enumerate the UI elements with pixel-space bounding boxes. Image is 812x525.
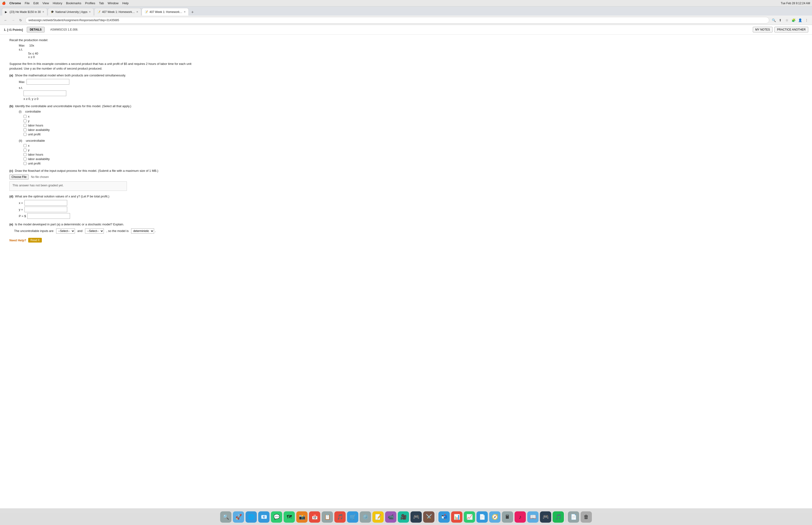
dock-outlook[interactable]: 📬: [439, 511, 450, 513]
extensions-icon[interactable]: 🧩: [791, 18, 796, 23]
menu-window[interactable]: Window: [108, 1, 119, 5]
menu-tab[interactable]: Tab: [99, 1, 104, 5]
dock-safari[interactable]: 🧭: [489, 511, 501, 513]
my-notes-button[interactable]: MY NOTES: [753, 27, 772, 32]
x-label: x =: [19, 201, 23, 205]
controllable-x[interactable]: x: [24, 115, 202, 118]
choose-file-button[interactable]: Choose File: [10, 174, 29, 180]
dock-sysprefs[interactable]: ⚙️: [360, 511, 371, 513]
dock-messages[interactable]: 💬: [271, 511, 282, 513]
dock-trash[interactable]: 🗑: [581, 511, 592, 513]
controllable-labor-hours[interactable]: labor hours: [24, 124, 202, 127]
tab-2-close[interactable]: ✕: [89, 11, 91, 13]
menu-history[interactable]: History: [52, 1, 62, 5]
uncontrollable-unit-profit-checkbox[interactable]: [24, 162, 27, 165]
dock-steam[interactable]: 🎮: [540, 511, 551, 513]
part-a: (a) Show the mathematical model when bot…: [10, 74, 202, 101]
y-input[interactable]: [25, 207, 67, 212]
part-d: (d) What are the optimal solution values…: [10, 195, 202, 219]
uncontrollable-y[interactable]: y: [24, 148, 202, 152]
controllable-labor-availability-checkbox[interactable]: [24, 128, 27, 131]
dock-photos[interactable]: 📸: [296, 511, 308, 513]
model-constraint2: x ≥ 0: [28, 55, 202, 59]
dock-music[interactable]: 🎵: [334, 511, 346, 513]
practice-another-button[interactable]: PRACTICE ANOTHER: [775, 27, 808, 32]
bookmark-icon[interactable]: ☆: [784, 18, 790, 23]
tab-4[interactable]: 📝 407 Week 1: Homework – MNS ✕: [142, 8, 189, 15]
controllable-unit-profit[interactable]: unit profit: [24, 133, 202, 136]
dock-word[interactable]: 📄: [476, 511, 488, 513]
share-icon[interactable]: ⬆: [778, 18, 783, 23]
controllable-y[interactable]: y: [24, 119, 202, 123]
dock-game1[interactable]: 🎮: [411, 511, 422, 513]
uncontrollable-x[interactable]: x: [24, 144, 202, 147]
search-icon[interactable]: 🔍: [771, 18, 776, 23]
apple-icon[interactable]: 🍎: [2, 1, 6, 5]
uncontrollable-unit-profit[interactable]: unit profit: [24, 162, 202, 165]
menu-file[interactable]: File: [25, 1, 30, 5]
controllable-labor-availability[interactable]: labor availability: [24, 128, 202, 132]
new-tab-button[interactable]: +: [189, 9, 196, 15]
model-max-label: Max: [19, 44, 25, 47]
uncontrollable-y-checkbox[interactable]: [24, 149, 27, 152]
forward-button[interactable]: →: [10, 17, 16, 23]
dock-excel[interactable]: 📈: [464, 511, 475, 513]
p-input[interactable]: [27, 213, 70, 219]
chrome-window: ▶ (23) He Made $150 in 30 ✕ 🎓 National U…: [0, 6, 812, 513]
menu-view[interactable]: View: [42, 1, 49, 5]
details-tab[interactable]: DETAILS: [27, 27, 45, 32]
uncontrollable-labor-availability-checkbox[interactable]: [24, 158, 27, 161]
uncontrollable-labor-availability[interactable]: labor availability: [24, 157, 202, 161]
dock-spotify[interactable]: 🎵: [553, 511, 564, 513]
x-input[interactable]: [25, 200, 67, 206]
tab-2[interactable]: 🎓 National University | Apps ✕: [48, 8, 94, 15]
menu-profiles[interactable]: Profiles: [85, 1, 95, 5]
dock-appstore[interactable]: 🛒: [347, 511, 358, 513]
menu-icon[interactable]: ⋮: [804, 18, 809, 23]
address-input[interactable]: [25, 17, 769, 24]
dock-tiktok[interactable]: ♪: [515, 511, 526, 513]
uncontrollable-labor-hours[interactable]: labor hours: [24, 153, 202, 156]
uncontrollable-labor-hours-checkbox[interactable]: [24, 153, 27, 156]
profile-icon[interactable]: 👤: [797, 18, 802, 23]
dock-mail[interactable]: 📧: [258, 511, 270, 513]
dock-powerpoint[interactable]: 📊: [451, 511, 462, 513]
dock-maps[interactable]: 🗺: [284, 511, 295, 513]
tab-3-close[interactable]: ✕: [136, 11, 138, 13]
refresh-button[interactable]: ↻: [18, 17, 24, 23]
dock-dict[interactable]: 📖: [527, 511, 538, 513]
tab-1-close[interactable]: ✕: [42, 11, 44, 13]
tab-1[interactable]: ▶ (23) He Made $150 in 30 ✕: [2, 8, 47, 15]
app-name: Chrome: [10, 1, 21, 5]
controllable-x-checkbox[interactable]: [24, 115, 27, 118]
dock-chrome[interactable]: 🌐: [246, 511, 257, 513]
controllable-unit-profit-checkbox[interactable]: [24, 133, 27, 136]
tab-4-close[interactable]: ✕: [184, 11, 186, 13]
menu-help[interactable]: Help: [122, 1, 129, 5]
menu-edit[interactable]: Edit: [33, 1, 39, 5]
read-it-button[interactable]: Read It: [28, 238, 42, 242]
controllable-y-checkbox[interactable]: [24, 119, 27, 122]
select-2[interactable]: --Select--: [85, 228, 104, 234]
select-1[interactable]: --Select--: [56, 228, 75, 234]
dock-reminders[interactable]: 📋: [322, 511, 333, 513]
select-3[interactable]: deterministic: [131, 228, 154, 234]
menu-bookmarks[interactable]: Bookmarks: [66, 1, 81, 5]
dock-calendar[interactable]: 📅: [309, 511, 320, 513]
dock-facetime[interactable]: 📹: [385, 511, 396, 513]
dock-finder2[interactable]: 📄: [568, 511, 579, 513]
max-input[interactable]: [27, 79, 69, 85]
dock-zoom[interactable]: 🎥: [398, 511, 409, 513]
period: .: [155, 229, 156, 232]
back-button[interactable]: ←: [3, 17, 9, 23]
dock-combatant[interactable]: ⚔️: [423, 511, 434, 513]
dock-calculator[interactable]: 🖩: [502, 511, 513, 513]
dock-notes[interactable]: 📝: [372, 511, 384, 513]
constraint-input[interactable]: [24, 90, 66, 96]
controllable-labor-hours-checkbox[interactable]: [24, 124, 27, 127]
tab-3[interactable]: 📝 407 Week 1: Homework – MNS ✕: [94, 8, 141, 15]
uncontrollable-x-checkbox[interactable]: [24, 144, 27, 147]
dock-finder[interactable]: 🔍: [220, 511, 231, 513]
dock-launchpad[interactable]: 🚀: [233, 511, 244, 513]
suppose-text: Suppose the firm in this example conside…: [10, 62, 202, 71]
